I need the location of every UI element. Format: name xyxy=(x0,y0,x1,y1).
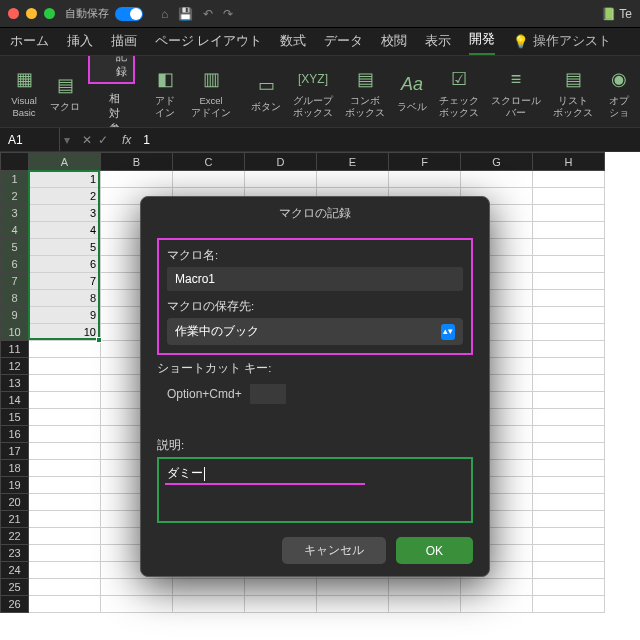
cell-H17[interactable] xyxy=(533,443,605,460)
cell-H6[interactable] xyxy=(533,256,605,273)
cell-D25[interactable] xyxy=(245,579,317,596)
row-header-25[interactable]: 25 xyxy=(1,579,29,596)
cell-A14[interactable] xyxy=(29,392,101,409)
cell-A12[interactable] xyxy=(29,358,101,375)
toggle-switch[interactable] xyxy=(115,7,143,21)
row-header-7[interactable]: 7 xyxy=(1,273,29,290)
macro-store-select[interactable]: 作業中のブック ▴▾ xyxy=(167,318,463,345)
cell-H10[interactable] xyxy=(533,324,605,341)
row-header-21[interactable]: 21 xyxy=(1,511,29,528)
tab-insert[interactable]: 挿入 xyxy=(67,33,93,55)
ctrl-groupbox[interactable]: [XYZ]グループ ボックス xyxy=(289,65,337,118)
col-header-E[interactable]: E xyxy=(317,153,389,171)
col-header-G[interactable]: G xyxy=(461,153,533,171)
cell-A25[interactable] xyxy=(29,579,101,596)
cell-B25[interactable] xyxy=(101,579,173,596)
col-header-F[interactable]: F xyxy=(389,153,461,171)
cell-A1[interactable]: 1 xyxy=(29,171,101,188)
cell-H2[interactable] xyxy=(533,188,605,205)
cell-D1[interactable] xyxy=(245,171,317,188)
cell-H14[interactable] xyxy=(533,392,605,409)
cell-H15[interactable] xyxy=(533,409,605,426)
visual-basic-button[interactable]: ▦ Visual Basic xyxy=(6,65,42,118)
row-header-24[interactable]: 24 xyxy=(1,562,29,579)
cell-H13[interactable] xyxy=(533,375,605,392)
cell-H4[interactable] xyxy=(533,222,605,239)
cell-H22[interactable] xyxy=(533,528,605,545)
shortcut-key-input[interactable] xyxy=(250,384,286,404)
cell-E25[interactable] xyxy=(317,579,389,596)
cell-H25[interactable] xyxy=(533,579,605,596)
cell-A19[interactable] xyxy=(29,477,101,494)
cell-G1[interactable] xyxy=(461,171,533,188)
cell-H1[interactable] xyxy=(533,171,605,188)
ctrl-combobox[interactable]: ▤コンボ ボックス xyxy=(341,65,389,118)
cell-H11[interactable] xyxy=(533,341,605,358)
autosave-toggle[interactable]: 自動保存 xyxy=(65,6,143,21)
relative-ref-button[interactable]: ⊞ 相対参照で記録 xyxy=(88,88,135,128)
col-header-D[interactable]: D xyxy=(245,153,317,171)
col-header-C[interactable]: C xyxy=(173,153,245,171)
cell-H5[interactable] xyxy=(533,239,605,256)
cell-H9[interactable] xyxy=(533,307,605,324)
cell-A23[interactable] xyxy=(29,545,101,562)
row-header-20[interactable]: 20 xyxy=(1,494,29,511)
cell-H20[interactable] xyxy=(533,494,605,511)
row-header-10[interactable]: 10 xyxy=(1,324,29,341)
cell-H7[interactable] xyxy=(533,273,605,290)
cell-A20[interactable] xyxy=(29,494,101,511)
cell-E1[interactable] xyxy=(317,171,389,188)
cell-A6[interactable]: 6 xyxy=(29,256,101,273)
row-header-19[interactable]: 19 xyxy=(1,477,29,494)
tab-home[interactable]: ホーム xyxy=(10,33,49,55)
row-header-22[interactable]: 22 xyxy=(1,528,29,545)
row-header-11[interactable]: 11 xyxy=(1,341,29,358)
cell-A17[interactable] xyxy=(29,443,101,460)
cancel-button[interactable]: キャンセル xyxy=(282,537,386,564)
row-header-12[interactable]: 12 xyxy=(1,358,29,375)
ctrl-checkbox[interactable]: ☑チェック ボックス xyxy=(435,65,483,118)
tab-developer[interactable]: 開発 xyxy=(469,31,495,55)
cell-G26[interactable] xyxy=(461,596,533,613)
cancel-formula-icon[interactable]: ✕ xyxy=(82,133,92,147)
save-icon[interactable]: 💾 xyxy=(178,7,193,21)
cell-H16[interactable] xyxy=(533,426,605,443)
tab-view[interactable]: 表示 xyxy=(425,33,451,55)
cell-H21[interactable] xyxy=(533,511,605,528)
tab-review[interactable]: 校閲 xyxy=(381,33,407,55)
ctrl-scrollbar[interactable]: ≡スクロール バー xyxy=(487,65,545,118)
cell-A21[interactable] xyxy=(29,511,101,528)
cell-B1[interactable] xyxy=(101,171,173,188)
row-header-14[interactable]: 14 xyxy=(1,392,29,409)
cell-A10[interactable]: 10 xyxy=(29,324,101,341)
addins-button[interactable]: ◧ アド イン xyxy=(147,65,183,118)
ctrl-label[interactable]: Aaラベル xyxy=(393,71,431,112)
cell-A26[interactable] xyxy=(29,596,101,613)
undo-icon[interactable]: ↶ xyxy=(203,7,213,21)
col-header-B[interactable]: B xyxy=(101,153,173,171)
cell-H3[interactable] xyxy=(533,205,605,222)
row-header-3[interactable]: 3 xyxy=(1,205,29,222)
cell-A9[interactable]: 9 xyxy=(29,307,101,324)
cell-G25[interactable] xyxy=(461,579,533,596)
cell-H19[interactable] xyxy=(533,477,605,494)
cell-E26[interactable] xyxy=(317,596,389,613)
row-header-2[interactable]: 2 xyxy=(1,188,29,205)
row-header-18[interactable]: 18 xyxy=(1,460,29,477)
close-icon[interactable] xyxy=(8,8,19,19)
cell-A4[interactable]: 4 xyxy=(29,222,101,239)
cell-A24[interactable] xyxy=(29,562,101,579)
col-header-A[interactable]: A xyxy=(29,153,101,171)
macro-button[interactable]: ▤ マクロ xyxy=(46,71,84,112)
row-header-6[interactable]: 6 xyxy=(1,256,29,273)
cell-H24[interactable] xyxy=(533,562,605,579)
cell-A18[interactable] xyxy=(29,460,101,477)
row-header-8[interactable]: 8 xyxy=(1,290,29,307)
excel-addins-button[interactable]: ▥ Excel アドイン xyxy=(187,65,235,118)
cell-H26[interactable] xyxy=(533,596,605,613)
row-header-4[interactable]: 4 xyxy=(1,222,29,239)
cell-H12[interactable] xyxy=(533,358,605,375)
cell-C25[interactable] xyxy=(173,579,245,596)
row-header-16[interactable]: 16 xyxy=(1,426,29,443)
tab-assist[interactable]: 💡 操作アシスト xyxy=(513,33,611,55)
